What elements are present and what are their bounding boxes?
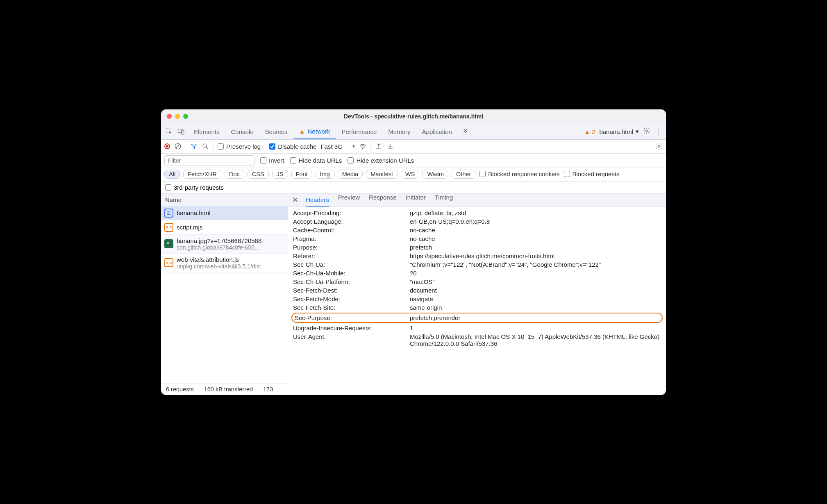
chevron-down-icon: ▾: [352, 143, 355, 149]
request-name: banana.jpg?v=1705668720588: [177, 237, 261, 244]
request-name: script.mjs: [177, 224, 202, 231]
header-value: no-cache: [410, 227, 661, 234]
devtools-window: DevTools - speculative-rules.glitch.me/b…: [161, 109, 666, 395]
doc-file-icon: [164, 209, 173, 218]
export-har-icon[interactable]: [375, 143, 382, 150]
request-origin: cdn.glitch.global/87b4c0fe-655…: [177, 244, 261, 251]
header-row: Purpose:prefetch: [288, 243, 666, 252]
clear-icon[interactable]: [174, 143, 182, 150]
detail-tab-initiator[interactable]: Initiator: [406, 194, 426, 207]
type-filter-doc[interactable]: Doc: [225, 170, 244, 179]
tab-application[interactable]: Application: [416, 124, 458, 139]
header-value: gzip, deflate, br, zstd: [410, 209, 661, 216]
tab-network[interactable]: ▲Network: [293, 124, 336, 139]
tab-memory[interactable]: Memory: [382, 124, 416, 139]
maximize-icon[interactable]: [183, 114, 188, 119]
detail-tab-response[interactable]: Response: [369, 194, 397, 207]
disable-cache-checkbox[interactable]: Disable cache: [269, 143, 316, 150]
invert-checkbox[interactable]: Invert: [260, 157, 284, 164]
svg-rect-2: [182, 130, 184, 134]
request-name: web-vitals.attribution.js: [177, 256, 261, 263]
warning-icon: ▲: [584, 128, 590, 135]
type-filter-wasm[interactable]: Wasm: [423, 170, 448, 179]
svg-line-5: [176, 144, 180, 149]
chevron-down-icon: ▾: [636, 128, 639, 135]
hide-extension-urls-checkbox[interactable]: Hide extension URLs: [348, 157, 414, 164]
status-resources: 173: [258, 384, 278, 395]
request-list-header[interactable]: Name: [161, 194, 288, 206]
filter-icon[interactable]: [190, 143, 198, 150]
network-conditions-icon[interactable]: [359, 143, 366, 150]
record-button[interactable]: [164, 143, 170, 149]
blocked-cookies-checkbox[interactable]: Blocked response cookies: [479, 170, 559, 177]
header-name: User-Agent:: [293, 333, 410, 347]
header-value: prefetch;prerender: [410, 314, 659, 321]
type-filter-img[interactable]: Img: [316, 170, 334, 179]
js-file-icon: < >: [164, 223, 173, 232]
context-selector[interactable]: banana.html ▾: [599, 128, 639, 135]
more-menu-icon[interactable]: ⋮: [654, 127, 662, 136]
blocked-requests-checkbox[interactable]: Blocked requests: [564, 170, 620, 177]
close-detail-button[interactable]: ✕: [292, 195, 298, 204]
filter-input[interactable]: [164, 155, 254, 166]
window-title: DevTools - speculative-rules.glitch.me/b…: [161, 113, 666, 120]
header-name: Sec-Ch-Ua:: [293, 261, 410, 268]
request-origin: unpkg.com/web-vitals@3.5.1/dist: [177, 263, 261, 270]
status-transferred: 160 kB transferred: [199, 384, 258, 395]
status-bar: 6 requests 160 kB transferred 173: [161, 384, 288, 395]
network-toolbar: Preserve log Disable cache Fast 3G ▾: [161, 140, 666, 154]
type-filter-font[interactable]: Font: [291, 170, 312, 179]
hide-data-urls-checkbox[interactable]: Hide data URLs: [290, 157, 342, 164]
type-filter-css[interactable]: CSS: [248, 170, 269, 179]
request-row[interactable]: banana.html: [161, 206, 288, 220]
header-row: Sec-Ch-Ua:"Chromium";v="122", "Not(A:Bra…: [288, 260, 666, 269]
type-filter-fetchxhr[interactable]: Fetch/XHR: [183, 170, 221, 179]
minimize-icon[interactable]: [175, 114, 180, 119]
type-filter-other[interactable]: Other: [452, 170, 475, 179]
network-settings-icon[interactable]: [655, 143, 663, 150]
split-view: Name banana.html< >script.mjsbanana.jpg?…: [161, 194, 666, 395]
type-filter-ws[interactable]: WS: [401, 170, 419, 179]
type-filter-media[interactable]: Media: [338, 170, 363, 179]
settings-icon[interactable]: [643, 127, 650, 136]
close-icon[interactable]: [167, 114, 172, 119]
detail-tab-preview[interactable]: Preview: [338, 194, 360, 207]
header-name: Sec-Purpose:: [295, 314, 410, 321]
header-row: Sec-Purpose:prefetch;prerender: [291, 313, 663, 323]
warnings-badge[interactable]: ▲ 2: [584, 128, 595, 135]
tab-elements[interactable]: Elements: [188, 124, 225, 139]
third-party-row: 3rd-party requests: [161, 182, 666, 194]
status-requests: 6 requests: [161, 384, 199, 395]
header-name: Sec-Fetch-Dest:: [293, 287, 410, 294]
header-value: navigate: [410, 295, 661, 302]
third-party-checkbox[interactable]: 3rd-party requests: [165, 184, 224, 191]
search-icon[interactable]: [202, 143, 209, 150]
inspect-icon[interactable]: [165, 128, 173, 135]
titlebar: DevTools - speculative-rules.glitch.me/b…: [161, 109, 666, 124]
header-name: Accept-Encoding:: [293, 209, 410, 216]
request-row[interactable]: < >web-vitals.attribution.jsunpkg.com/we…: [161, 254, 288, 272]
tab-sources[interactable]: Sources: [259, 124, 293, 139]
type-filter-all[interactable]: All: [164, 170, 180, 179]
svg-point-8: [362, 148, 363, 149]
detail-tab-timing[interactable]: Timing: [435, 194, 453, 207]
request-row[interactable]: banana.jpg?v=1705668720588cdn.glitch.glo…: [161, 235, 288, 254]
type-filter-manifest[interactable]: Manifest: [366, 170, 398, 179]
tab-performance[interactable]: Performance: [336, 124, 382, 139]
header-name: Cache-Control:: [293, 227, 410, 234]
more-tabs-button[interactable]: [458, 124, 473, 139]
tab-console[interactable]: Console: [225, 124, 259, 139]
header-value: no-cache: [410, 235, 661, 242]
detail-tab-headers[interactable]: Headers: [306, 194, 329, 207]
header-name: Purpose:: [293, 244, 410, 251]
device-toggle-icon[interactable]: [177, 128, 185, 135]
type-filter-bar: AllFetch/XHRDocCSSJSFontImgMediaManifest…: [161, 168, 666, 182]
request-row[interactable]: < >script.mjs: [161, 220, 288, 235]
request-name: banana.html: [177, 209, 211, 216]
throttling-select[interactable]: Fast 3G ▾: [320, 143, 354, 150]
header-name: Sec-Ch-Ua-Mobile:: [293, 270, 410, 277]
import-har-icon[interactable]: [386, 143, 394, 150]
filter-bar: Invert Hide data URLs Hide extension URL…: [161, 154, 666, 168]
type-filter-js[interactable]: JS: [272, 170, 288, 179]
preserve-log-checkbox[interactable]: Preserve log: [218, 143, 261, 150]
